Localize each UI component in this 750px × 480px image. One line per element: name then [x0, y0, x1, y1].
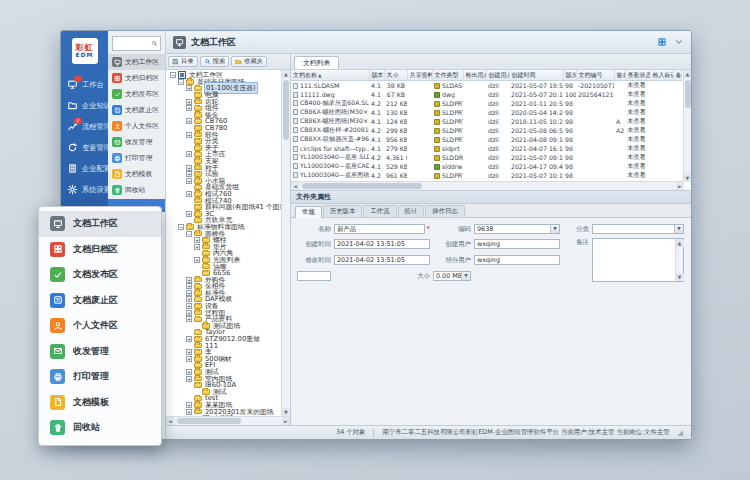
- scroll-thumb[interactable]: [685, 80, 691, 108]
- tree-item[interactable]: +组件: [168, 105, 281, 112]
- search-input[interactable]: [113, 40, 151, 47]
- expand-icon[interactable]: +: [186, 296, 192, 302]
- popup-menu-item[interactable]: 个人文件区: [39, 313, 161, 339]
- scroll-right-icon[interactable]: ►: [676, 182, 684, 190]
- tree-item[interactable]: CB780: [168, 125, 281, 132]
- column-header[interactable]: 检出用户: [463, 70, 486, 81]
- scroll-left-icon[interactable]: ◄: [291, 182, 299, 190]
- size-select[interactable]: 0.00 MB ▼: [433, 271, 471, 281]
- module-nav-item[interactable]: 文档废止区: [108, 102, 165, 118]
- properties-tab[interactable]: 统计: [398, 205, 425, 217]
- table-row[interactable]: circlips for shaft—typ...4.1279 KBsldprt…: [291, 144, 681, 153]
- category-select[interactable]: ▼: [592, 224, 684, 234]
- tree-vertical-scrollbar[interactable]: ▲ ▼: [281, 70, 290, 416]
- name-field[interactable]: [334, 224, 425, 234]
- scroll-thumb[interactable]: [302, 183, 422, 189]
- properties-tab[interactable]: 常规: [295, 206, 322, 218]
- primary-nav-item[interactable]: 变更管理: [61, 137, 108, 158]
- scroll-up-icon[interactable]: ▲: [676, 239, 684, 247]
- table-row[interactable]: CB8XX-联轴器压盖-#96L3...4.1956 KBSLDPRTdzli2…: [291, 135, 681, 144]
- properties-tab[interactable]: 操作日志: [425, 205, 465, 217]
- expand-icon[interactable]: +: [186, 85, 192, 91]
- module-nav-item[interactable]: 文档模板: [108, 166, 165, 182]
- table-row[interactable]: YL10003040—底座CAD图纸4.1529 KBslddrwdzli202…: [291, 162, 681, 171]
- collapse-icon[interactable]: −: [170, 72, 176, 78]
- expand-icon[interactable]: +: [186, 369, 192, 375]
- scroll-up-icon[interactable]: ▲: [282, 70, 290, 78]
- table-row[interactable]: 111.SLDASM4.138 KBSLDASMdzli2021-05-07 1…: [291, 81, 681, 91]
- table-row[interactable]: CB86X-螺栓图纸(M30×1.5.SL...4.1124 KBSLDPRTd…: [291, 117, 681, 126]
- column-header[interactable]: 查看状态: [625, 70, 650, 81]
- resize-grip[interactable]: ◢: [678, 429, 683, 437]
- expand-icon[interactable]: +: [186, 132, 192, 138]
- apps-grid-icon[interactable]: [657, 37, 667, 47]
- module-nav-item[interactable]: 文档发布区: [108, 86, 165, 102]
- toolbar-button[interactable]: 搜索: [200, 56, 230, 67]
- expand-icon[interactable]: +: [186, 165, 192, 171]
- scroll-down-icon[interactable]: ▼: [684, 174, 692, 182]
- expand-icon[interactable]: +: [186, 376, 192, 382]
- primary-nav-item[interactable]: 企业知识库: [61, 95, 108, 116]
- search-icon[interactable]: [151, 40, 158, 47]
- scroll-left-icon[interactable]: ◄: [166, 417, 174, 425]
- code-select[interactable]: 9638 ▼: [474, 224, 560, 234]
- tree-horizontal-scrollbar[interactable]: ◄ ►: [166, 416, 290, 425]
- table-row[interactable]: 11111.dwg4.167 KBdwgdzli2021-05-07 20:17…: [291, 90, 681, 99]
- expand-icon[interactable]: +: [186, 409, 192, 415]
- expand-icon[interactable]: +: [186, 316, 192, 322]
- table-horizontal-scrollbar[interactable]: ◄ ►: [291, 181, 684, 190]
- tree-item[interactable]: +齿轮: [168, 98, 281, 105]
- popup-menu-item[interactable]: 文档废止区: [39, 288, 161, 314]
- chevron-down-icon[interactable]: ▼: [674, 225, 683, 233]
- tree-item[interactable]: 测试: [168, 389, 281, 396]
- tree-item[interactable]: +6TZ9012.00重做: [168, 336, 281, 343]
- column-header[interactable]: 版次: [563, 70, 576, 81]
- expand-icon[interactable]: +: [194, 257, 200, 263]
- collapse-icon[interactable]: −: [178, 224, 184, 230]
- table-row[interactable]: YL10003040—底座.SLDDRW4.24,361 KBSLDDRWdzl…: [291, 153, 681, 162]
- handler-field[interactable]: [474, 255, 560, 265]
- popup-menu-item[interactable]: 文档模板: [39, 390, 161, 416]
- column-header[interactable]: 共享资料: [407, 70, 432, 81]
- column-header[interactable]: 检入标记: [650, 70, 673, 81]
- tree-item[interactable]: +上市连: [168, 151, 281, 158]
- table-row[interactable]: CB86X-螺栓图纸(M30×1.5×1...4.1130 KBSLDPRTdz…: [291, 108, 681, 117]
- column-header[interactable]: 文档名称▲: [291, 70, 369, 81]
- expand-icon[interactable]: +: [186, 402, 192, 408]
- popup-menu-item[interactable]: 收发管理: [39, 339, 161, 365]
- column-header[interactable]: 创建时间: [509, 70, 563, 81]
- menu-chevron-icon[interactable]: [674, 37, 684, 47]
- chevron-down-icon[interactable]: ▼: [461, 272, 470, 280]
- table-row[interactable]: YL10003040—底座图纸4.2961 KBSLDPRTdzli2021-0…: [291, 171, 681, 180]
- module-nav-item[interactable]: 个人文件区: [108, 118, 165, 134]
- scroll-thumb[interactable]: [177, 418, 241, 424]
- primary-nav-item[interactable]: 企业配置: [61, 158, 108, 179]
- module-nav-item[interactable]: 文档归档区: [108, 70, 165, 86]
- extra-field[interactable]: [297, 271, 331, 281]
- expand-icon[interactable]: +: [186, 290, 192, 296]
- expand-icon[interactable]: +: [186, 349, 192, 355]
- toolbar-button[interactable]: 收藏夹: [231, 56, 267, 67]
- popup-menu-item[interactable]: 文档工作区: [39, 211, 161, 237]
- scroll-right-icon[interactable]: ►: [282, 417, 290, 425]
- module-nav-item[interactable]: 回收站: [108, 182, 165, 198]
- expand-icon[interactable]: +: [186, 310, 192, 316]
- expand-icon[interactable]: +: [186, 211, 192, 217]
- modified-field[interactable]: [334, 255, 430, 265]
- expand-icon[interactable]: +: [186, 178, 192, 184]
- expand-icon[interactable]: +: [186, 118, 192, 124]
- note-textarea[interactable]: ▲ ▼: [592, 238, 684, 282]
- expand-icon[interactable]: +: [186, 105, 192, 111]
- expand-icon[interactable]: +: [186, 277, 192, 283]
- created-field[interactable]: [334, 239, 430, 249]
- table-vertical-scrollbar[interactable]: ▲ ▼: [683, 70, 691, 182]
- tree-item[interactable]: +部件: [168, 131, 281, 138]
- column-header[interactable]: 大小: [384, 70, 407, 81]
- tree-item[interactable]: 分类: [168, 138, 281, 145]
- column-header[interactable]: 创建用户: [486, 70, 509, 81]
- tree-item[interactable]: +01-100(变压器): [168, 85, 281, 92]
- module-nav-item[interactable]: 打印管理: [108, 150, 165, 166]
- chevron-down-icon[interactable]: ▼: [550, 225, 559, 233]
- collapse-icon[interactable]: −: [186, 231, 192, 237]
- popup-menu-item[interactable]: 回收站: [39, 415, 161, 441]
